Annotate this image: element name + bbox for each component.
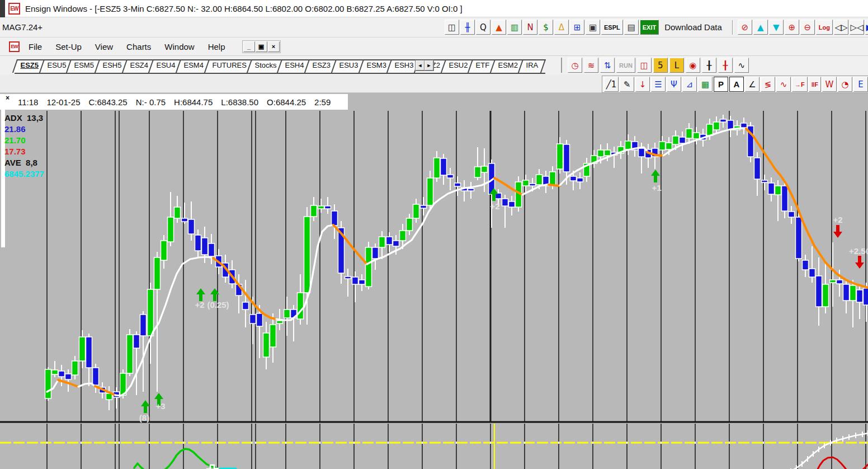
pitchfork-icon[interactable]: Ψ (667, 77, 681, 92)
candle-body (509, 201, 515, 207)
menu-item[interactable]: View (88, 40, 120, 54)
candle-body (86, 337, 92, 368)
menu-item[interactable]: Charts (120, 40, 158, 54)
close-button[interactable]: × (268, 41, 280, 52)
zero-line-tick (285, 442, 286, 444)
run-button[interactable]: RUN (616, 58, 635, 73)
zero-line-tick (626, 442, 628, 444)
zero-line-tick (319, 442, 320, 444)
candle-body (407, 218, 413, 231)
quote-token: L:6838.50 (221, 97, 258, 107)
chart-settings-icon[interactable]: ╫ (460, 20, 475, 35)
candle-body (168, 217, 174, 242)
log-scale-icon[interactable]: Log (816, 20, 833, 35)
pencil-icon[interactable]: ✎ (620, 77, 634, 92)
narrow-bars-icon[interactable]: ▷◁ (850, 20, 864, 35)
dollar-icon[interactable]: $ (539, 20, 553, 35)
zoom-out-icon[interactable]: ⊖ (800, 20, 815, 35)
candle-body (714, 122, 720, 130)
chart-tab[interactable]: IRA (518, 59, 546, 73)
clock-icon[interactable]: ◷ (568, 58, 582, 73)
zigzag-icon[interactable]: ∿ (776, 77, 791, 92)
fan-lines-icon[interactable]: ⊿ (682, 77, 697, 92)
alarm-bell-icon[interactable]: Δ (554, 20, 569, 35)
window-shuffle-icon[interactable]: ◫ (637, 58, 652, 73)
candle-body (366, 247, 372, 287)
menu-item[interactable]: File (22, 40, 49, 54)
minimize-button[interactable]: _ (243, 41, 255, 52)
menu-item[interactable]: Help (201, 40, 232, 54)
jump-end-icon[interactable]: ▶◀ (865, 20, 868, 35)
menu-item[interactable]: Set-Up (49, 40, 88, 54)
menu-item[interactable]: Window (158, 40, 201, 54)
cascade-windows-icon[interactable]: ◫ (445, 20, 459, 35)
draw-toolbar: ╱1✎↓☰Ψ⊿▦PA∠≶∿→F‖FW◔E (602, 76, 868, 93)
scroll-down-icon[interactable]: ▼ (769, 20, 784, 35)
signal-label: +3 (155, 401, 165, 411)
app-menu-icon[interactable]: EW (9, 41, 20, 52)
expansion-icon[interactable]: E (853, 77, 868, 92)
quote-token: C:6843.25 (88, 97, 127, 107)
text-annotation-icon[interactable]: A (729, 77, 744, 92)
updown-arrows-icon[interactable]: ⇅ (600, 58, 615, 73)
widen-bars-icon[interactable]: ◁▷ (834, 20, 848, 35)
download-data-button[interactable]: Download Data (664, 22, 722, 32)
news-icon[interactable]: N (523, 20, 537, 35)
bar-chart-icon[interactable]: ▥ (507, 20, 522, 35)
zero-line-tick (46, 442, 48, 444)
candle-body (754, 158, 761, 179)
zoom-in-icon[interactable]: ⊕ (785, 20, 799, 35)
zero-line-tick (81, 442, 82, 444)
scroll-up-icon[interactable]: ▲ (753, 20, 768, 35)
draw-tool-row: ╱1✎↓☰Ψ⊿▦PA∠≶∿→F‖FW◔E (0, 74, 868, 93)
price-label-icon[interactable]: P (714, 77, 728, 92)
grid-icon[interactable]: ▦ (698, 77, 713, 92)
candle-body (352, 277, 358, 284)
espl-icon[interactable]: ESPL (601, 20, 623, 35)
cycle-icon[interactable]: ◔ (838, 77, 852, 92)
candle-body (803, 260, 809, 270)
exit-icon[interactable]: EXIT (640, 20, 659, 35)
fib-levels-icon[interactable]: →F (792, 77, 808, 92)
candle-body (447, 175, 454, 178)
bar-style-icon[interactable]: ╂ (702, 58, 716, 73)
menu-bar: EW FileSet-UpViewChartsWindowHelp _▣× (0, 37, 868, 56)
candle-style-icon[interactable]: ╂ (718, 58, 733, 73)
quote-board-icon[interactable]: Q (476, 20, 490, 35)
candle-body (379, 237, 385, 247)
refresh-disabled-icon[interactable]: ⊘ (738, 20, 752, 35)
wheel-icon[interactable]: ◉ (686, 58, 700, 73)
quote-token: 12-01-25 (46, 97, 80, 107)
flame-chart-icon[interactable]: ▲ (492, 20, 506, 35)
lock-5-icon[interactable]: 5 (653, 58, 668, 73)
candle-body (250, 315, 256, 323)
angle-icon[interactable]: ∠ (745, 77, 760, 92)
indicator-value: 17.73 (4, 146, 44, 157)
sell-arrow-icon[interactable]: ↓ (635, 77, 650, 92)
quote-close-button[interactable]: × (6, 95, 10, 101)
lock-l-icon[interactable]: L (669, 58, 684, 73)
print-icon[interactable]: ▤ (624, 20, 639, 35)
line-style-icon[interactable]: ∿ (734, 58, 749, 73)
candle-body (796, 217, 802, 259)
tab-scroll-right-button[interactable]: ► (424, 60, 433, 71)
candle-body (277, 321, 283, 323)
parallel-lines-icon[interactable]: ☰ (651, 77, 666, 92)
wave-pattern-icon[interactable]: W (822, 77, 837, 92)
candle-body (174, 207, 181, 218)
trendline-icon[interactable]: ╱1 (604, 77, 619, 92)
multi-trend-icon[interactable]: ≶ (761, 77, 775, 92)
tab-scroll-left-button[interactable]: ◄ (416, 60, 424, 71)
link-windows-icon[interactable]: ⊞ (570, 20, 584, 35)
alert-waves-icon[interactable]: ≋ (584, 58, 598, 73)
zero-line-tick (183, 442, 184, 444)
candle-body (686, 129, 692, 138)
restore-button[interactable]: ▣ (256, 41, 267, 52)
fib-time-icon[interactable]: ‖F (809, 77, 821, 92)
quote-token: H:6844.75 (174, 97, 213, 107)
tab-scroller: ◄ ► (415, 60, 434, 71)
zero-line-tick (422, 442, 423, 444)
candle-body (564, 144, 570, 172)
candle-body (318, 206, 324, 209)
snapshot-icon[interactable]: ▣ (586, 20, 600, 35)
